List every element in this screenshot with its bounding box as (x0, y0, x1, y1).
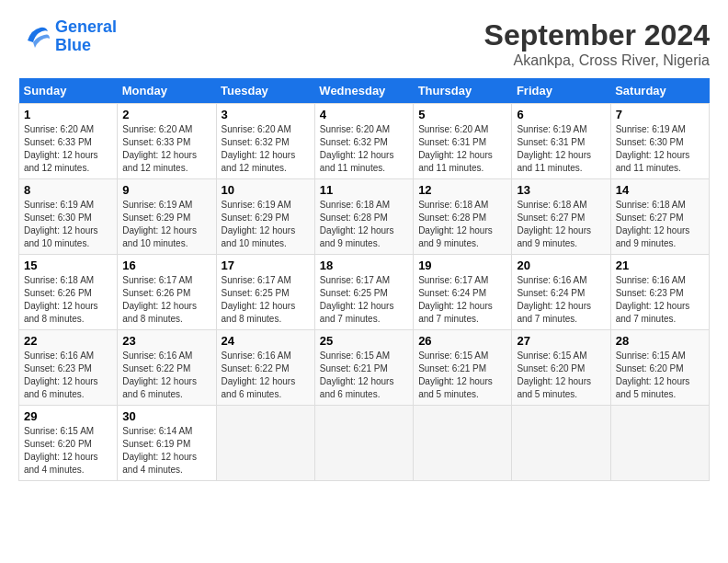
page-subtitle: Akankpa, Cross River, Nigeria (484, 52, 710, 69)
day-number: 19 (418, 259, 506, 272)
day-header-thursday: Thursday (414, 78, 512, 104)
day-number: 23 (122, 334, 210, 348)
logo-icon (18, 20, 51, 53)
day-number: 8 (24, 183, 112, 197)
day-number: 20 (517, 259, 605, 272)
day-number: 4 (320, 108, 408, 121)
calendar-cell: 12Sunrise: 6:18 AMSunset: 6:28 PMDayligh… (414, 179, 512, 255)
day-info: Sunrise: 6:20 AMSunset: 6:33 PMDaylight:… (122, 123, 210, 175)
calendar-week-1: 1Sunrise: 6:20 AMSunset: 6:33 PMDaylight… (19, 104, 710, 179)
day-info: Sunrise: 6:18 AMSunset: 6:28 PMDaylight:… (418, 199, 506, 250)
day-info: Sunrise: 6:17 AMSunset: 6:26 PMDaylight:… (122, 274, 210, 326)
day-number: 26 (418, 334, 506, 348)
calendar-week-3: 15Sunrise: 6:18 AMSunset: 6:26 PMDayligh… (19, 255, 710, 330)
page-title: September 2024 (484, 18, 710, 52)
day-info: Sunrise: 6:19 AMSunset: 6:29 PMDaylight:… (222, 199, 310, 250)
calendar-cell: 9Sunrise: 6:19 AMSunset: 6:29 PMDaylight… (118, 179, 216, 255)
calendar-cell: 28Sunrise: 6:15 AMSunset: 6:20 PMDayligh… (610, 330, 709, 406)
day-info: Sunrise: 6:20 AMSunset: 6:32 PMDaylight:… (222, 123, 310, 175)
calendar-cell: 30Sunrise: 6:14 AMSunset: 6:19 PMDayligh… (118, 406, 216, 481)
day-number: 18 (320, 259, 408, 272)
calendar-table: SundayMondayTuesdayWednesdayThursdayFrid… (18, 78, 710, 481)
calendar-cell: 5Sunrise: 6:20 AMSunset: 6:31 PMDaylight… (414, 104, 512, 179)
day-info: Sunrise: 6:16 AMSunset: 6:23 PMDaylight:… (616, 274, 704, 326)
calendar-cell: 29Sunrise: 6:15 AMSunset: 6:20 PMDayligh… (19, 406, 118, 481)
day-info: Sunrise: 6:16 AMSunset: 6:22 PMDaylight:… (122, 350, 210, 401)
day-info: Sunrise: 6:15 AMSunset: 6:21 PMDaylight:… (320, 350, 408, 401)
day-info: Sunrise: 6:19 AMSunset: 6:30 PMDaylight:… (24, 199, 112, 250)
day-number: 25 (320, 334, 408, 348)
day-info: Sunrise: 6:18 AMSunset: 6:26 PMDaylight:… (24, 274, 112, 326)
day-info: Sunrise: 6:19 AMSunset: 6:30 PMDaylight:… (616, 123, 704, 175)
day-info: Sunrise: 6:19 AMSunset: 6:29 PMDaylight:… (122, 199, 210, 250)
calendar-cell: 7Sunrise: 6:19 AMSunset: 6:30 PMDaylight… (610, 104, 709, 179)
calendar-cell: 14Sunrise: 6:18 AMSunset: 6:27 PMDayligh… (610, 179, 709, 255)
day-number: 7 (616, 108, 704, 121)
calendar-cell: 16Sunrise: 6:17 AMSunset: 6:26 PMDayligh… (118, 255, 216, 330)
calendar-cell: 11Sunrise: 6:18 AMSunset: 6:28 PMDayligh… (314, 179, 413, 255)
calendar-cell: 2Sunrise: 6:20 AMSunset: 6:33 PMDaylight… (118, 104, 216, 179)
calendar-cell: 13Sunrise: 6:18 AMSunset: 6:27 PMDayligh… (512, 179, 610, 255)
calendar-cell: 22Sunrise: 6:16 AMSunset: 6:23 PMDayligh… (19, 330, 118, 406)
day-number: 13 (517, 183, 605, 197)
calendar-cell (512, 406, 610, 481)
day-info: Sunrise: 6:20 AMSunset: 6:31 PMDaylight:… (418, 123, 506, 175)
logo-text: General Blue (55, 18, 117, 55)
day-info: Sunrise: 6:15 AMSunset: 6:20 PMDaylight:… (517, 350, 605, 401)
day-number: 14 (616, 183, 704, 197)
day-number: 10 (222, 183, 310, 197)
title-block: September 2024 Akankpa, Cross River, Nig… (484, 18, 710, 69)
page-header: General Blue September 2024 Akankpa, Cro… (18, 18, 710, 69)
calendar-cell: 1Sunrise: 6:20 AMSunset: 6:33 PMDaylight… (19, 104, 118, 179)
calendar-cell: 18Sunrise: 6:17 AMSunset: 6:25 PMDayligh… (314, 255, 413, 330)
calendar-cell (216, 406, 314, 481)
calendar-cell: 17Sunrise: 6:17 AMSunset: 6:25 PMDayligh… (216, 255, 314, 330)
day-info: Sunrise: 6:15 AMSunset: 6:21 PMDaylight:… (418, 350, 506, 401)
day-info: Sunrise: 6:18 AMSunset: 6:27 PMDaylight:… (517, 199, 605, 250)
day-number: 29 (24, 409, 112, 423)
day-number: 17 (222, 259, 310, 272)
day-info: Sunrise: 6:15 AMSunset: 6:20 PMDaylight:… (24, 425, 112, 477)
day-info: Sunrise: 6:15 AMSunset: 6:20 PMDaylight:… (616, 350, 704, 401)
calendar-cell: 10Sunrise: 6:19 AMSunset: 6:29 PMDayligh… (216, 179, 314, 255)
day-header-wednesday: Wednesday (314, 78, 413, 104)
day-number: 21 (616, 259, 704, 272)
day-info: Sunrise: 6:14 AMSunset: 6:19 PMDaylight:… (122, 425, 210, 477)
calendar-cell: 20Sunrise: 6:16 AMSunset: 6:24 PMDayligh… (512, 255, 610, 330)
day-number: 9 (122, 183, 210, 197)
day-info: Sunrise: 6:17 AMSunset: 6:25 PMDaylight:… (320, 274, 408, 326)
day-info: Sunrise: 6:17 AMSunset: 6:25 PMDaylight:… (222, 274, 310, 326)
calendar-cell: 19Sunrise: 6:17 AMSunset: 6:24 PMDayligh… (414, 255, 512, 330)
day-info: Sunrise: 6:18 AMSunset: 6:28 PMDaylight:… (320, 199, 408, 250)
day-number: 2 (122, 108, 210, 121)
day-number: 24 (222, 334, 310, 348)
calendar-header-row: SundayMondayTuesdayWednesdayThursdayFrid… (19, 78, 710, 104)
logo: General Blue (18, 18, 117, 55)
day-number: 11 (320, 183, 408, 197)
calendar-week-4: 22Sunrise: 6:16 AMSunset: 6:23 PMDayligh… (19, 330, 710, 406)
day-number: 15 (24, 259, 112, 272)
day-header-sunday: Sunday (19, 78, 118, 104)
day-header-monday: Monday (118, 78, 216, 104)
day-header-friday: Friday (512, 78, 610, 104)
day-number: 22 (24, 334, 112, 348)
day-info: Sunrise: 6:16 AMSunset: 6:24 PMDaylight:… (517, 274, 605, 326)
day-info: Sunrise: 6:18 AMSunset: 6:27 PMDaylight:… (616, 199, 704, 250)
calendar-cell (314, 406, 413, 481)
calendar-cell: 8Sunrise: 6:19 AMSunset: 6:30 PMDaylight… (19, 179, 118, 255)
day-info: Sunrise: 6:20 AMSunset: 6:33 PMDaylight:… (24, 123, 112, 175)
calendar-cell: 21Sunrise: 6:16 AMSunset: 6:23 PMDayligh… (610, 255, 709, 330)
calendar-cell (414, 406, 512, 481)
calendar-week-5: 29Sunrise: 6:15 AMSunset: 6:20 PMDayligh… (19, 406, 710, 481)
calendar-cell: 15Sunrise: 6:18 AMSunset: 6:26 PMDayligh… (19, 255, 118, 330)
day-info: Sunrise: 6:20 AMSunset: 6:32 PMDaylight:… (320, 123, 408, 175)
day-header-saturday: Saturday (610, 78, 709, 104)
day-number: 27 (517, 334, 605, 348)
calendar-cell: 6Sunrise: 6:19 AMSunset: 6:31 PMDaylight… (512, 104, 610, 179)
calendar-cell: 4Sunrise: 6:20 AMSunset: 6:32 PMDaylight… (314, 104, 413, 179)
calendar-cell: 26Sunrise: 6:15 AMSunset: 6:21 PMDayligh… (414, 330, 512, 406)
day-info: Sunrise: 6:19 AMSunset: 6:31 PMDaylight:… (517, 123, 605, 175)
calendar-week-2: 8Sunrise: 6:19 AMSunset: 6:30 PMDaylight… (19, 179, 710, 255)
day-number: 3 (222, 108, 310, 121)
calendar-cell: 24Sunrise: 6:16 AMSunset: 6:22 PMDayligh… (216, 330, 314, 406)
